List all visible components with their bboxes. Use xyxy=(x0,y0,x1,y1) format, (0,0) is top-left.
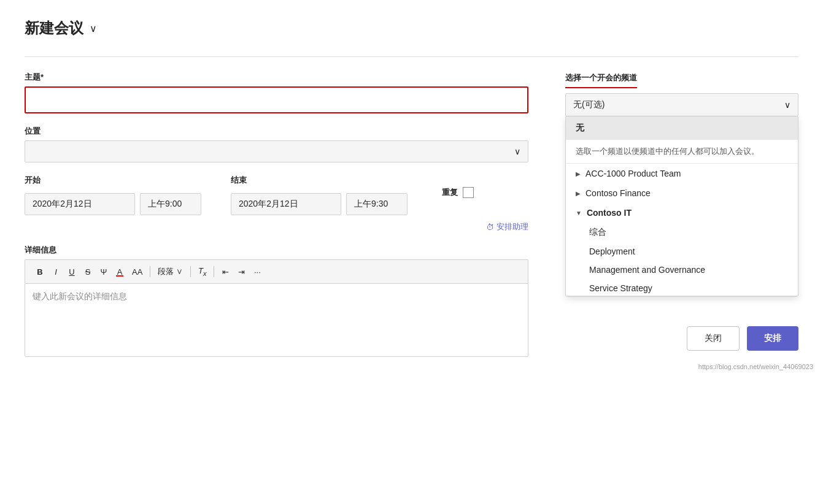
channel-none-selected[interactable]: 无 xyxy=(566,116,798,140)
channel-description: 选取一个频道以便频道中的任何人都可以加入会议。 xyxy=(566,140,798,164)
repeat-checkbox[interactable] xyxy=(463,187,474,198)
team-name-contoso-it: Contoso IT xyxy=(587,208,632,218)
toolbar-indent-increase[interactable]: ⇥ xyxy=(234,265,249,279)
team-item-acc1000[interactable]: ▶ ACC-1000 Product Team xyxy=(566,164,798,183)
end-label: 结束 xyxy=(231,175,408,186)
subject-label: 主题* xyxy=(25,72,528,83)
start-time-field[interactable]: 上午9:00 xyxy=(140,193,201,215)
team-expand-icon-contoso-finance: ▶ xyxy=(576,190,581,197)
start-date-value: 2020年2月12日 xyxy=(33,199,92,210)
channel-none-label: 无 xyxy=(576,123,584,132)
end-date-value: 2020年2月12日 xyxy=(239,199,298,210)
team-item-contoso-finance[interactable]: ▶ Contoso Finance xyxy=(566,183,798,203)
toolbar-divider-3 xyxy=(214,266,214,277)
repeat-label: 重复 xyxy=(442,187,458,198)
channel-dropdown-panel: 无 选取一个频道以便频道中的任何人都可以加入会议。 ▶ ACC-1000 Pro… xyxy=(565,116,798,297)
channel-selected-value: 无(可选) xyxy=(573,99,605,110)
channel-item-deployment[interactable]: Deployment xyxy=(566,242,798,261)
close-button[interactable]: 关闭 xyxy=(687,326,740,351)
toolbar-strikethrough[interactable]: S xyxy=(80,265,95,279)
toolbar-font-size[interactable]: AA xyxy=(128,265,146,279)
team-item-contoso-it[interactable]: ▼ Contoso IT xyxy=(566,203,798,223)
channel-item-management[interactable]: Management and Governance xyxy=(566,261,798,279)
toolbar-font-color[interactable]: A xyxy=(112,265,127,279)
start-date-field[interactable]: 2020年2月12日 xyxy=(25,193,135,215)
footer-url: https://blog.csdn.net/weixin_44069023 xyxy=(698,363,813,370)
arrange-button[interactable]: 安排 xyxy=(747,326,798,351)
location-select[interactable]: ∨ xyxy=(25,140,528,162)
channel-panel-label: 选择一个开会的频道 xyxy=(565,72,637,88)
scheduling-link[interactable]: ⏱ 安排助理 xyxy=(486,221,528,232)
editor-placeholder: 键入此新会议的详细信息 xyxy=(33,291,127,301)
title-chevron-icon[interactable]: ∨ xyxy=(90,23,97,34)
end-time-value: 上午9:30 xyxy=(354,199,388,210)
divider xyxy=(25,56,798,57)
toolbar-bold[interactable]: B xyxy=(33,265,47,279)
toolbar-indent-decrease[interactable]: ⇤ xyxy=(218,265,233,279)
bottom-buttons: 关闭 安排 xyxy=(687,326,798,351)
form-left: 主题* 位置 ∨ 开始 2020年2月12日 xyxy=(25,72,528,357)
editor-body[interactable]: 键入此新会议的详细信息 xyxy=(25,283,528,357)
start-label: 开始 xyxy=(25,175,201,186)
channel-name-综合: 综合 xyxy=(589,227,606,237)
page-title: 新建会议 xyxy=(25,18,83,38)
toolbar-clear[interactable]: Tx xyxy=(195,264,210,280)
toolbar-underline[interactable]: U xyxy=(64,265,79,279)
toolbar-more[interactable]: ··· xyxy=(250,265,265,279)
channel-item-service[interactable]: Service Strategy xyxy=(566,279,798,296)
end-time-field[interactable]: 上午9:30 xyxy=(346,193,408,215)
channel-panel: 选择一个开会的频道 无(可选) ∨ 无 选取一个频道以便频道中的任何人都可以加入… xyxy=(565,72,798,357)
toolbar-italic[interactable]: I xyxy=(48,265,63,279)
team-expand-icon-acc1000: ▶ xyxy=(576,170,581,177)
subject-input[interactable] xyxy=(25,86,528,113)
team-name-acc1000: ACC-1000 Product Team xyxy=(585,169,681,178)
toolbar-divider-1 xyxy=(150,266,150,277)
scheduling-link-text: 安排助理 xyxy=(497,221,528,232)
channel-name-deployment: Deployment xyxy=(589,246,635,256)
location-chevron-icon: ∨ xyxy=(514,147,520,156)
end-date-field[interactable]: 2020年2月12日 xyxy=(231,193,341,215)
channel-item-综合[interactable]: 综合 xyxy=(566,223,798,242)
channel-name-management: Management and Governance xyxy=(589,265,705,275)
clock-icon: ⏱ xyxy=(486,223,494,232)
team-name-contoso-finance: Contoso Finance xyxy=(585,188,651,198)
toolbar-format1[interactable]: Ψ xyxy=(96,265,111,279)
location-label: 位置 xyxy=(25,126,528,137)
toolbar-paragraph[interactable]: 段落 ∨ xyxy=(154,264,187,280)
start-time-value: 上午9:00 xyxy=(148,199,182,210)
editor-toolbar: B I U S Ψ A AA 段落 ∨ Tx ⇤ ⇥ ··· xyxy=(25,259,528,283)
channel-name-service: Service Strategy xyxy=(589,283,652,293)
channel-dropdown-chevron: ∨ xyxy=(784,100,790,110)
details-label: 详细信息 xyxy=(25,245,528,256)
toolbar-divider-2 xyxy=(190,266,191,277)
channel-dropdown-trigger[interactable]: 无(可选) ∨ xyxy=(565,93,798,116)
team-expand-icon-contoso-it: ▼ xyxy=(576,210,582,216)
